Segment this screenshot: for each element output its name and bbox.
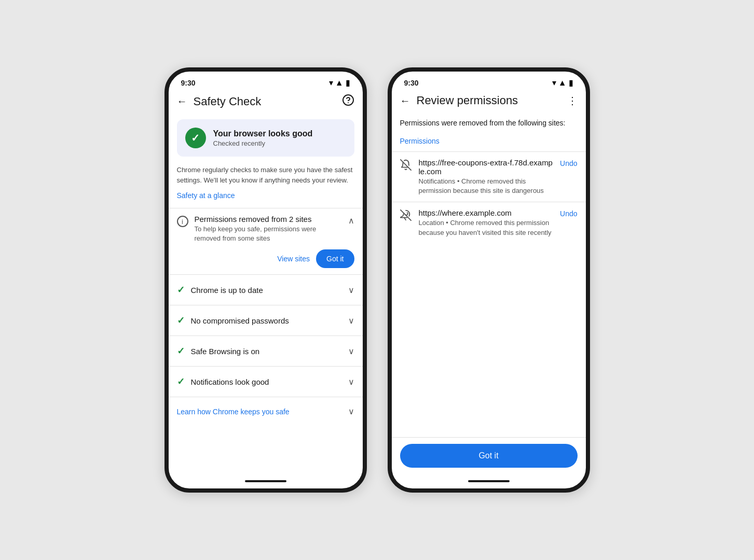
check-icon-safe-browsing: ✓: [177, 345, 185, 357]
app-bar-2: ← Review permissions ⋮: [392, 90, 586, 114]
chevron-down-icon-passwords: ∨: [348, 316, 354, 326]
permissions-section-subtitle: To help keep you safe, permissions were …: [195, 225, 342, 243]
wifi-icon: ▾: [329, 78, 333, 88]
permission-item-1: https://where.example.com Location • Chr…: [392, 202, 586, 243]
app-bar-left-1: ← Safety Check: [177, 95, 262, 108]
phone-2: 9:30 ▾ ▲ ▮ ← Review permissions ⋮ Permis…: [388, 67, 590, 493]
page-title-2: Review permissions: [417, 94, 518, 107]
permissions-section: i Permissions removed from 2 sites To he…: [169, 208, 363, 274]
check-label-chrome: Chrome is up to date: [191, 286, 263, 295]
permission-detail-0: Notifications • Chrome removed this perm…: [419, 177, 554, 195]
bottom-bar-1: [169, 474, 363, 488]
status-bar-1: 9:30 ▾ ▲ ▮: [169, 72, 363, 90]
bell-off-icon: [400, 159, 413, 172]
page-title-1: Safety Check: [194, 95, 262, 108]
wifi-icon-2: ▾: [552, 78, 556, 88]
status-time-1: 9:30: [181, 79, 196, 87]
undo-button-0[interactable]: Undo: [560, 159, 577, 167]
app-bar-left-2: ← Review permissions: [400, 94, 518, 107]
app-bar-1: ← Safety Check: [169, 90, 363, 115]
battery-icon-2: ▮: [569, 78, 573, 88]
permissions-actions: View sites Got it: [177, 249, 354, 268]
learn-link-row[interactable]: Learn how Chrome keeps you safe ∨: [169, 397, 363, 426]
back-button-1[interactable]: ←: [177, 95, 187, 107]
check-label-safe-browsing: Safe Browsing is on: [191, 347, 260, 356]
signal-icon: ▲: [335, 78, 344, 88]
screen-content-1: ✓ Your browser looks good Checked recent…: [169, 115, 363, 474]
permission-detail-1: Location • Chrome removed this permissio…: [419, 218, 554, 237]
signal-icon-2: ▲: [558, 78, 567, 88]
status-card: ✓ Your browser looks good Checked recent…: [177, 119, 354, 157]
help-button-1[interactable]: [342, 94, 354, 109]
phone-1: 9:30 ▾ ▲ ▮ ← Safety Check ✓ You: [164, 67, 367, 493]
check-item-safe-browsing[interactable]: ✓ Safe Browsing is on ∨: [169, 335, 363, 366]
status-icons-1: ▾ ▲ ▮: [329, 78, 350, 88]
chevron-down-icon-chrome: ∨: [348, 285, 354, 295]
info-icon: i: [177, 216, 188, 227]
check-item-passwords[interactable]: ✓ No compromised passwords ∨: [169, 305, 363, 335]
home-indicator-1: [245, 480, 286, 482]
permissions-section-title: Permissions removed from 2 sites: [195, 215, 342, 223]
chevron-up-icon[interactable]: ∧: [348, 216, 354, 226]
status-card-title: Your browser looks good: [213, 129, 313, 138]
undo-button-1[interactable]: Undo: [560, 209, 577, 218]
check-label-notifications: Notifications look good: [191, 377, 269, 386]
back-button-2[interactable]: ←: [400, 95, 410, 107]
check-icon-notifications: ✓: [177, 376, 185, 387]
got-it-button-2[interactable]: Got it: [400, 444, 578, 468]
battery-icon: ▮: [346, 78, 350, 88]
chevron-down-icon-notifications: ∨: [348, 377, 354, 387]
status-icons-2: ▾ ▲ ▮: [552, 78, 573, 88]
location-off-icon: [400, 209, 413, 222]
status-time-2: 9:30: [404, 79, 419, 87]
chevron-down-icon-learn: ∨: [348, 407, 354, 416]
home-indicator-2: [468, 480, 510, 482]
check-icon-passwords: ✓: [177, 315, 185, 326]
permission-item-0: https://free-coupons-extra-f.78d.example…: [392, 151, 586, 202]
check-item-chrome-update[interactable]: ✓ Chrome is up to date ∨: [169, 274, 363, 305]
check-label-passwords: No compromised passwords: [191, 316, 289, 325]
bottom-bar-2: [392, 474, 586, 488]
safety-glance-link[interactable]: Safety at a glance: [169, 191, 363, 200]
permission-url-1: https://where.example.com: [419, 208, 554, 217]
permissions-section-label: Permissions: [392, 137, 586, 151]
screen-content-2: Permissions were removed from the follow…: [392, 114, 586, 437]
chevron-down-icon-safe-browsing: ∨: [348, 346, 354, 356]
learn-link[interactable]: Learn how Chrome keeps you safe: [177, 408, 290, 416]
more-menu-button[interactable]: ⋮: [567, 94, 578, 107]
description-text: Chrome regularly checks to make sure you…: [169, 165, 363, 185]
permissions-description: Permissions were removed from the follow…: [392, 114, 586, 137]
status-card-subtitle: Checked recently: [213, 139, 313, 147]
check-item-notifications[interactable]: ✓ Notifications look good ∨: [169, 366, 363, 397]
view-sites-button[interactable]: View sites: [277, 255, 310, 263]
bottom-action-area: Got it: [392, 437, 586, 474]
green-check-icon: ✓: [185, 128, 206, 148]
status-bar-2: 9:30 ▾ ▲ ▮: [392, 72, 586, 90]
check-icon-chrome: ✓: [177, 284, 185, 296]
svg-line-2: [400, 160, 410, 170]
got-it-button-1[interactable]: Got it: [316, 249, 354, 268]
permission-url-0: https://free-coupons-extra-f.78d.example…: [419, 158, 554, 176]
